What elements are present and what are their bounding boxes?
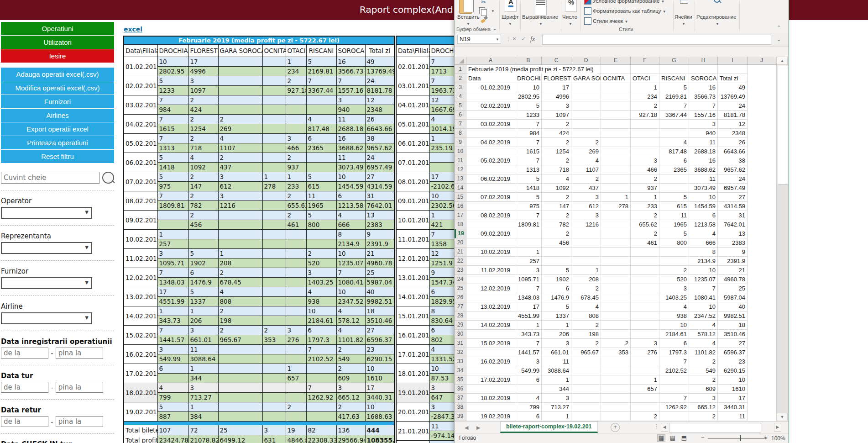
- sheet-cell[interactable]: [571, 403, 601, 412]
- column-header-G[interactable]: G: [659, 57, 689, 65]
- sheet-cell[interactable]: 1902: [542, 275, 571, 284]
- sheet-cell[interactable]: 2: [689, 375, 718, 385]
- sheet-cell[interactable]: 1: [542, 321, 571, 330]
- formula-bar-splitter[interactable]: ⋮: [506, 36, 511, 42]
- sheet-cell[interactable]: OTACI: [631, 74, 659, 83]
- sheet-cell[interactable]: 713.27: [542, 403, 571, 412]
- sheet-cell[interactable]: 7: [515, 339, 542, 348]
- sheet-cell[interactable]: 549: [689, 366, 718, 375]
- filter-select-operator[interactable]: ▼: [1, 207, 92, 219]
- conditional-formatting-icon[interactable]: [584, 0, 591, 5]
- sheet-cell[interactable]: 1107: [571, 165, 601, 174]
- clipboard-dialog-launcher[interactable]: ⌐: [494, 27, 496, 32]
- sheet-cell[interactable]: DROCHIA: [515, 74, 542, 83]
- sheet-cell[interactable]: 3: [542, 394, 571, 403]
- row-header-24[interactable]: 24: [455, 275, 466, 284]
- sheet-cell[interactable]: [466, 348, 515, 357]
- row-header-6[interactable]: 6: [455, 111, 466, 120]
- sheet-cell[interactable]: Data: [466, 74, 515, 83]
- cells-group-button[interactable]: Ячейки: [675, 14, 692, 20]
- sheet-cell[interactable]: [601, 65, 631, 74]
- sheet-cell[interactable]: [466, 111, 515, 120]
- sheet-cell[interactable]: 25: [718, 284, 748, 293]
- sheet-cell[interactable]: [631, 65, 659, 74]
- sheet-cell[interactable]: 208: [571, 275, 601, 284]
- sidebar-item-export-operatii-excel[interactable]: Export operatii excel: [1, 122, 114, 136]
- zoom-level[interactable]: 100%: [771, 435, 785, 442]
- sheet-cell[interactable]: SOROCA: [689, 74, 718, 83]
- sheet-cell[interactable]: 3510.46: [718, 330, 748, 339]
- sheet-cell[interactable]: [601, 220, 631, 229]
- sheet-cell[interactable]: 1: [631, 193, 659, 202]
- sheet-cell[interactable]: 3: [659, 284, 689, 293]
- sheet-cell[interactable]: 3440.31: [718, 403, 748, 412]
- sheet-cell[interactable]: [466, 220, 515, 229]
- sheet-cell[interactable]: 16.02.2019: [466, 357, 515, 366]
- sheet-cell[interactable]: [571, 83, 601, 92]
- row-header-28[interactable]: 28: [455, 311, 466, 321]
- sheet-cell[interactable]: [631, 330, 659, 339]
- sheet-cell[interactable]: 19.02.2019: [466, 412, 515, 421]
- font-group-button[interactable]: Шрифт: [502, 14, 519, 20]
- sheet-cell[interactable]: 2802.95: [515, 92, 542, 101]
- sheet-cell[interactable]: 938: [659, 311, 689, 321]
- sheet-cell[interactable]: [571, 412, 601, 421]
- format-painter-icon[interactable]: [481, 16, 487, 23]
- sheet-cell[interactable]: [571, 111, 601, 120]
- sheet-cell[interactable]: 3: [515, 266, 542, 275]
- sidebar-item-utilizatori[interactable]: Utilizatori: [1, 36, 114, 49]
- sheet-cell[interactable]: 1441.57: [515, 348, 542, 357]
- cell-styles-icon[interactable]: [584, 17, 591, 25]
- sheet-cell[interactable]: [466, 403, 515, 412]
- sheet-cell[interactable]: [571, 120, 601, 129]
- sheet-cell[interactable]: 1418: [515, 184, 542, 193]
- sheet-cell[interactable]: 984: [515, 129, 542, 138]
- sheet-cell[interactable]: [601, 330, 631, 339]
- sheet-cell[interactable]: 1092: [542, 184, 571, 193]
- sheet-cell[interactable]: 4: [515, 394, 542, 403]
- sheet-cell[interactable]: [631, 311, 659, 321]
- sheet-cell[interactable]: 927.18: [631, 111, 659, 120]
- sheet-cell[interactable]: 461: [631, 238, 659, 248]
- sheet-cell[interactable]: 4: [542, 174, 571, 184]
- sheet-cell[interactable]: 2: [631, 211, 659, 220]
- sheet-cell[interactable]: [466, 385, 515, 394]
- sheet-cell[interactable]: [466, 293, 515, 302]
- hscroll-left-icon[interactable]: ◀: [661, 423, 668, 432]
- copy-dropdown-arrow[interactable]: ▼: [491, 9, 495, 13]
- name-box-arrow[interactable]: ▼: [496, 37, 499, 42]
- sheet-cell[interactable]: 27: [718, 193, 748, 202]
- sheet-cell[interactable]: 7: [515, 120, 542, 129]
- sheet-cell[interactable]: [542, 248, 571, 257]
- sheet-cell[interactable]: 1337: [542, 311, 571, 321]
- cancel-entry-icon[interactable]: ✕: [512, 36, 517, 42]
- date-to-input[interactable]: [56, 416, 103, 427]
- sheet-cell[interactable]: 2: [542, 229, 571, 238]
- sheet-cell[interactable]: 344: [542, 385, 571, 394]
- sheet-cell[interactable]: 02.02.2019: [466, 101, 515, 111]
- sheet-cell[interactable]: [631, 293, 659, 302]
- sheet-cell[interactable]: 198: [571, 330, 601, 339]
- editing-search-icon[interactable]: [714, 0, 720, 3]
- select-all-corner[interactable]: [455, 57, 466, 65]
- sheet-cell[interactable]: 269: [571, 147, 601, 156]
- sheet-cell[interactable]: [571, 357, 601, 366]
- column-header-A[interactable]: A: [466, 57, 515, 65]
- sheet-cell[interactable]: 5987.04: [718, 293, 748, 302]
- sheet-cell[interactable]: 1454.59: [689, 202, 718, 211]
- sheet-cell[interactable]: 3367.44: [659, 111, 689, 120]
- row-header-20[interactable]: 20: [455, 238, 466, 248]
- sheet-cell[interactable]: 7: [515, 138, 542, 147]
- sheet-cell[interactable]: 3: [542, 339, 571, 348]
- sheet-cell[interactable]: 4: [571, 302, 601, 311]
- sheet-cell[interactable]: 17: [542, 83, 571, 92]
- sheet-cell[interactable]: [571, 238, 601, 248]
- editing-dropdown-arrow[interactable]: ▼: [716, 22, 719, 26]
- row-header-18[interactable]: 18: [455, 220, 466, 229]
- sheet-cell[interactable]: 1797.3: [659, 348, 689, 357]
- sheet-cell[interactable]: [571, 257, 601, 266]
- date-from-input[interactable]: [1, 416, 48, 427]
- sheet-cell[interactable]: [631, 266, 659, 275]
- hscroll-right-icon[interactable]: ▶: [774, 423, 781, 432]
- font-dropdown-arrow[interactable]: ▼: [508, 22, 512, 26]
